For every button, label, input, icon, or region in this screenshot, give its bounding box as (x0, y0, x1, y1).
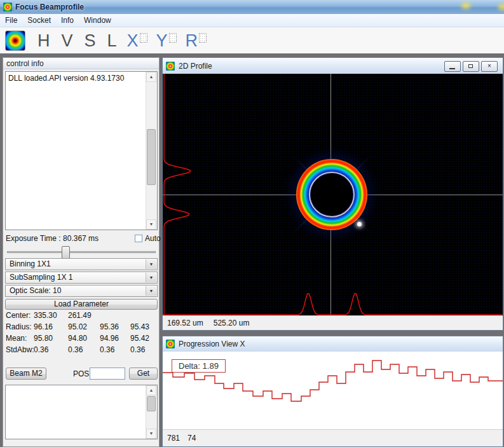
vertical-profile-curve (164, 74, 190, 315)
profile-statusbar: 169.52 um 525.20 um (163, 315, 503, 330)
status-y-value: 525.20 um (214, 319, 250, 327)
toolbar-button-v[interactable]: V (62, 29, 73, 52)
toolbar-button-l[interactable]: L (107, 29, 117, 52)
log-text: DLL loaded.API version 4.93.1730 (8, 74, 124, 83)
stat-label: Radius: (6, 322, 34, 331)
app-icon (3, 3, 12, 11)
progression-canvas[interactable]: Delta: 1.89 (163, 352, 503, 430)
toolbar-button-y[interactable]: Y (156, 29, 177, 52)
log-scrollbar[interactable]: ▲ ▼ (146, 72, 157, 230)
toolbar: H V S L X Y R (0, 27, 504, 54)
auto-label: Auto (145, 234, 161, 243)
stat-value: 96.16 (34, 322, 65, 331)
axis-label-r: R (186, 29, 198, 52)
exposure-row: Exposure Time : 80.367 ms Auto (6, 234, 158, 244)
chevron-down-icon[interactable]: ▼ (146, 259, 156, 269)
stat-value: 0.36 (34, 345, 65, 354)
toolbar-button-s[interactable]: S (85, 29, 96, 52)
colormap-icon[interactable] (5, 31, 25, 51)
optic-scale-combobox[interactable]: Optic Scale: 10 ▼ (5, 285, 158, 297)
load-parameter-button[interactable]: Load Parameter (5, 299, 158, 310)
stat-value: 335.30 (34, 311, 65, 320)
auto-checkbox[interactable] (135, 235, 142, 242)
progression-titlebar[interactable]: Progression View X (163, 336, 503, 352)
chevron-down-icon[interactable]: ▼ (146, 273, 156, 282)
stats-row-center: Center: 335.30 261.49 (6, 311, 158, 322)
toolbar-button-x[interactable]: X (127, 29, 147, 52)
stats-row-stdabw: StdAbw: 0.36 0.36 0.36 0.36 (6, 345, 158, 357)
menubar: File Socket Info Window (0, 14, 504, 27)
status-x-value: 169.52 um (167, 319, 203, 327)
beam-m2-button[interactable]: Beam M2 (6, 368, 46, 380)
close-button[interactable]: × (481, 61, 498, 72)
delta-badge: Delta: 1.89 (172, 359, 226, 373)
chevron-down-icon[interactable]: ▼ (146, 286, 156, 296)
minimize-icon (449, 68, 455, 69)
optic-scale-value: Optic Scale: 10 (10, 286, 61, 295)
profile-window: 2D Profile × (162, 57, 503, 331)
menu-socket[interactable]: Socket (22, 15, 56, 27)
mdi-client: control info DLL loaded.API version 4.93… (0, 53, 504, 447)
status-frame-value: 781 (167, 434, 180, 443)
toolbar-button-h[interactable]: H (37, 29, 50, 52)
stat-value: 94.80 (68, 334, 100, 343)
app-window: Focus Beamprofile File Socket Info Windo… (0, 0, 504, 447)
pos-input[interactable] (90, 368, 125, 380)
stat-value: 95.42 (130, 334, 162, 343)
menu-window[interactable]: Window (79, 15, 116, 27)
status-count-value: 74 (187, 434, 196, 443)
slider-track (7, 251, 156, 253)
menu-file[interactable]: File (0, 15, 22, 27)
stat-value: 0.36 (130, 345, 162, 354)
subsampling-value: SubSampling 1X 1 (10, 273, 72, 282)
subsampling-combobox[interactable]: SubSampling 1X 1 ▼ (5, 272, 158, 284)
scroll-up-icon[interactable]: ▲ (146, 385, 156, 395)
window-controls: × (444, 61, 498, 72)
profile-titlebar[interactable]: 2D Profile × (163, 58, 503, 74)
axis-label-y: Y (156, 29, 168, 52)
progression-statusbar: 781 74 (163, 429, 503, 446)
pos-label: POS (73, 369, 89, 378)
log-listbox[interactable]: DLL loaded.API version 4.93.1730 ▲ ▼ (5, 71, 158, 230)
result-scrollbar[interactable]: ▲ ▼ (146, 385, 157, 439)
auto-checkbox-group[interactable]: Auto (135, 234, 161, 243)
stat-value: 95.80 (34, 334, 65, 343)
beam-canvas[interactable] (163, 74, 503, 316)
stat-label: Center: (6, 311, 34, 320)
exposure-slider[interactable] (6, 246, 157, 258)
slider-thumb[interactable] (62, 246, 70, 259)
dotted-box-icon (169, 33, 177, 43)
stat-value: 95.02 (68, 322, 100, 331)
menu-info[interactable]: Info (56, 15, 79, 27)
glass-reflection (498, 4, 504, 10)
scroll-thumb[interactable] (147, 129, 156, 185)
dotted-box-icon (199, 33, 207, 43)
binning-combobox[interactable]: Binning 1X1 ▼ (5, 258, 158, 270)
control-info-panel: control info DLL loaded.API version 4.93… (3, 57, 160, 447)
stat-value: 95.43 (130, 322, 162, 331)
titlebar[interactable]: Focus Beamprofile (0, 0, 504, 14)
stats-row-mean: Mean: 95.80 94.80 94.96 95.42 (6, 334, 158, 345)
beam-row: Beam M2 POS Get (3, 368, 160, 380)
stat-value: 0.36 (68, 345, 100, 354)
stat-label: StdAbw: (6, 345, 34, 354)
horizontal-profile-curve (163, 294, 502, 315)
scroll-up-icon[interactable]: ▲ (146, 72, 156, 82)
profile-curves (163, 74, 503, 316)
stat-value: 95.36 (100, 322, 132, 331)
result-listbox[interactable]: ▲ ▼ (5, 385, 158, 439)
scroll-down-icon[interactable]: ▼ (146, 219, 156, 230)
profile-title: 2D Profile (179, 62, 212, 71)
panel-title[interactable]: control info (3, 58, 159, 69)
stats-row-radius: Radius: 96.16 95.02 95.36 95.43 (6, 322, 158, 334)
restore-icon (468, 64, 473, 68)
get-button[interactable]: Get (129, 368, 158, 380)
dotted-box-icon (140, 33, 147, 43)
minimize-button[interactable] (444, 61, 461, 72)
restore-button[interactable] (463, 61, 479, 72)
colormap-icon (166, 340, 175, 348)
axis-label-x: X (127, 29, 139, 52)
scroll-thumb[interactable] (147, 396, 156, 411)
toolbar-button-r[interactable]: R (186, 29, 207, 52)
scroll-down-icon[interactable]: ▼ (146, 429, 156, 439)
